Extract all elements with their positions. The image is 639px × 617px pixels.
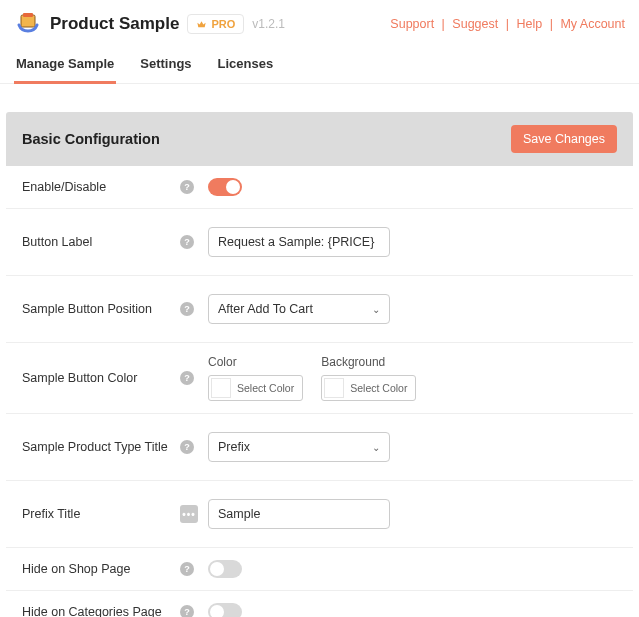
color-swatch (324, 378, 344, 398)
chevron-down-icon: ⌄ (372, 442, 380, 453)
section-header: Basic Configuration Save Changes (6, 112, 633, 166)
help-icon[interactable]: ? (180, 605, 194, 617)
tab-settings[interactable]: Settings (138, 50, 193, 84)
version-text: v1.2.1 (252, 17, 285, 31)
hide-cat-label: Hide on Categories Page (22, 604, 180, 617)
svg-rect-1 (23, 13, 33, 17)
color-swatch (211, 378, 231, 398)
pro-badge: PRO (187, 14, 244, 34)
link-help[interactable]: Help (516, 17, 542, 31)
link-suggest[interactable]: Suggest (452, 17, 498, 31)
hide-shop-label: Hide on Shop Page (22, 561, 180, 577)
save-changes-button[interactable]: Save Changes (511, 125, 617, 153)
hide-cat-toggle[interactable] (208, 603, 242, 617)
row-button-color: Sample Button Color ? Color Select Color… (6, 343, 633, 414)
color-picker-background[interactable]: Select Color (321, 375, 416, 401)
enable-label: Enable/Disable (22, 179, 180, 195)
row-hide-shop: Hide on Shop Page ? (6, 548, 633, 591)
row-type-title: Sample Product Type Title ? Prefix ⌄ (6, 414, 633, 481)
color-picker-foreground[interactable]: Select Color (208, 375, 303, 401)
chevron-down-icon: ⌄ (372, 304, 380, 315)
type-title-select[interactable]: Prefix ⌄ (208, 432, 390, 462)
app-logo-icon (14, 10, 42, 38)
enable-toggle[interactable] (208, 178, 242, 196)
prefix-title-label: Prefix Title (22, 506, 180, 522)
product-title: Product Sample (50, 14, 179, 34)
help-icon[interactable]: ? (180, 371, 194, 385)
hide-shop-toggle[interactable] (208, 560, 242, 578)
link-my-account[interactable]: My Account (560, 17, 625, 31)
row-hide-cat: Hide on Categories Page ? (6, 591, 633, 617)
help-icon[interactable]: ? (180, 562, 194, 576)
prefix-title-input[interactable] (208, 499, 390, 529)
row-enable: Enable/Disable ? (6, 166, 633, 209)
row-prefix-title: Prefix Title ••• (6, 481, 633, 548)
help-icon[interactable]: ? (180, 180, 194, 194)
color-label: Sample Button Color (22, 370, 180, 386)
help-icon[interactable]: ? (180, 440, 194, 454)
app-header: Product Sample PRO v1.2.1 Support | Sugg… (0, 0, 639, 46)
button-label-input[interactable] (208, 227, 390, 257)
tab-manage-sample[interactable]: Manage Sample (14, 50, 116, 84)
row-button-label: Button Label ? (6, 209, 633, 276)
background-heading: Background (321, 355, 416, 369)
link-support[interactable]: Support (390, 17, 434, 31)
ellipsis-icon[interactable]: ••• (180, 505, 198, 523)
help-icon[interactable]: ? (180, 302, 194, 316)
tabs: Manage Sample Settings Licenses (0, 46, 639, 84)
header-links: Support | Suggest | Help | My Account (390, 17, 625, 31)
crown-icon (196, 19, 207, 30)
color-heading: Color (208, 355, 303, 369)
section-title: Basic Configuration (22, 131, 160, 147)
position-select[interactable]: After Add To Cart ⌄ (208, 294, 390, 324)
type-title-label: Sample Product Type Title (22, 439, 180, 455)
help-icon[interactable]: ? (180, 235, 194, 249)
row-position: Sample Button Position ? After Add To Ca… (6, 276, 633, 343)
tab-licenses[interactable]: Licenses (216, 50, 276, 84)
position-label: Sample Button Position (22, 301, 180, 317)
button-label-label: Button Label (22, 234, 180, 250)
